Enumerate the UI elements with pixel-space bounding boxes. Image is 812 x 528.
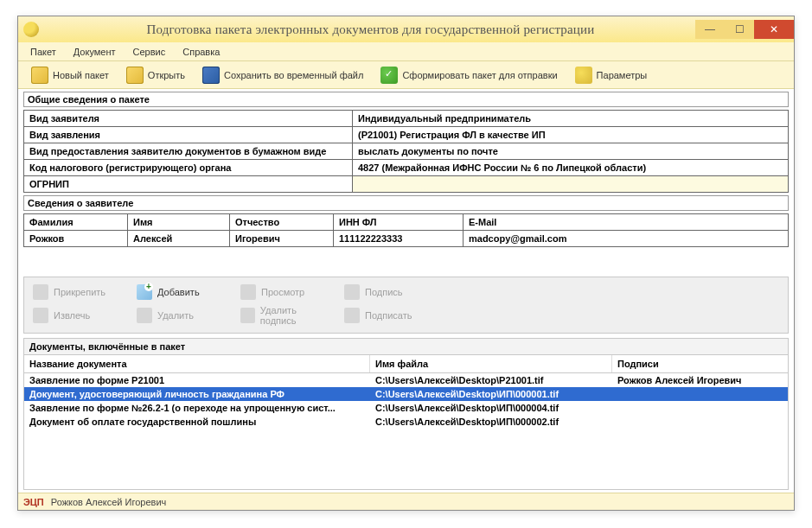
doc-sign <box>612 415 788 429</box>
doc-sign: Рожков Алексей Игоревич <box>612 373 788 387</box>
col-patronymic: Отчество <box>230 214 334 230</box>
doc-name: Документ об оплате государственной пошли… <box>24 415 370 429</box>
menu-document[interactable]: Документ <box>65 44 125 60</box>
remove-icon <box>137 308 152 323</box>
field-value-delivery[interactable]: выслать документы по почте <box>353 143 788 159</box>
field-value-application-type[interactable]: (Р21001) Регистрация ФЛ в качестве ИП <box>353 127 788 143</box>
folder-icon <box>31 67 48 84</box>
app-window: Подготовка пакета электронных документов… <box>17 16 795 511</box>
close-button[interactable]: ✕ <box>754 20 794 39</box>
doc-file: C:\Users\Алексей\Desktop\ИП\000001.tif <box>370 387 612 401</box>
applicant-row[interactable]: Рожков Алексей Игоревич 111122223333 mad… <box>24 230 788 246</box>
field-label-ogrnip: ОГРНИП <box>24 176 353 192</box>
field-label-application-type: Вид заявления <box>24 127 353 143</box>
applicant-info-title: Сведения о заявителе <box>23 195 789 211</box>
sign-button: Подписать <box>341 303 438 328</box>
new-package-button[interactable]: Новый пакет <box>23 63 117 87</box>
document-row[interactable]: Заявление по форме №26.2-1 (о переходе н… <box>24 401 788 415</box>
menu-package[interactable]: Пакет <box>22 44 65 60</box>
menu-service[interactable]: Сервис <box>125 44 175 60</box>
remove-button: Удалить <box>133 303 230 328</box>
add-button[interactable]: Добавить <box>133 283 230 302</box>
check-icon <box>380 67 398 84</box>
document-row[interactable]: Документ об оплате государственной пошли… <box>24 415 788 429</box>
build-package-button[interactable]: Сформировать пакет для отправки <box>373 63 565 87</box>
maximize-button[interactable]: ☐ <box>725 20 754 39</box>
col-file-name[interactable]: Имя файла <box>370 355 612 372</box>
field-label-tax-code: Код налогового (регистрирующего) органа <box>24 160 353 175</box>
doc-file: C:\Users\Алексей\Desktop\ИП\000002.tif <box>370 415 612 429</box>
documents-list: Документы, включённые в пакет Название д… <box>23 338 789 490</box>
doc-sign <box>612 387 788 401</box>
view-button: Просмотр <box>237 283 334 302</box>
col-inn: ИНН ФЛ <box>334 214 464 230</box>
toolbar: Новый пакет Открыть Сохранить во временн… <box>18 61 794 89</box>
ecp-owner: Рожков Алексей Игоревич <box>51 497 167 507</box>
menubar: Пакет Документ Сервис Справка <box>18 42 794 61</box>
col-doc-name[interactable]: Название документа <box>24 355 370 372</box>
view-icon <box>240 284 256 300</box>
doc-file: C:\Users\Алексей\Desktop\ИП\000004.tif <box>370 401 612 415</box>
document-row[interactable]: Документ, удостоверяющий личность гражда… <box>24 387 788 401</box>
field-value-tax-code[interactable]: 4827 (Межрайонная ИФНС России № 6 по Лип… <box>353 160 788 175</box>
signature-icon <box>344 284 360 300</box>
col-lastname: Фамилия <box>24 214 128 230</box>
applicant-table: Фамилия Имя Отчество ИНН ФЛ E-Mail Рожко… <box>23 213 789 247</box>
documents-title: Документы, включённые в пакет <box>24 339 788 355</box>
extract-button: Извлечь <box>29 303 126 328</box>
add-icon <box>137 284 152 300</box>
folder-open-icon <box>126 67 144 84</box>
sign-icon <box>344 308 360 323</box>
doc-name: Заявление по форме №26.2-1 (о переходе н… <box>24 401 370 415</box>
field-value-ogrnip[interactable] <box>353 176 788 192</box>
diskette-icon <box>202 67 220 84</box>
document-toolbar: Прикрепить Добавить Просмотр Подпись Изв… <box>23 277 789 334</box>
package-info-grid: Вид заявителяИндивидуальный предпринимат… <box>23 110 789 193</box>
field-label-applicant-type: Вид заявителя <box>24 111 353 126</box>
doc-name: Документ, удостоверяющий личность гражда… <box>24 387 370 401</box>
col-firstname: Имя <box>128 214 230 230</box>
remove-signature-button: Удалить подпись <box>237 303 334 328</box>
signature-button: Подпись <box>341 283 438 302</box>
minimize-button[interactable]: — <box>695 20 725 39</box>
attach-button: Прикрепить <box>29 283 126 302</box>
doc-file: C:\Users\Алексей\Desktop\P21001.tif <box>370 373 612 387</box>
field-value-applicant-type[interactable]: Индивидуальный предприниматель <box>353 111 788 126</box>
ecp-label: ЭЦП <box>23 497 44 507</box>
titlebar: Подготовка пакета электронных документов… <box>18 16 794 42</box>
doc-sign <box>612 401 788 415</box>
field-label-delivery: Вид предоставления заявителю документов … <box>24 143 353 159</box>
extract-icon <box>33 308 48 323</box>
document-row[interactable]: Заявление по форме Р21001C:\Users\Алексе… <box>24 373 788 387</box>
menu-help[interactable]: Справка <box>174 44 228 60</box>
save-temp-button[interactable]: Сохранить во временный файл <box>195 63 371 87</box>
window-title: Подготовка пакета электронных документов… <box>46 22 695 37</box>
col-email: E-Mail <box>464 214 788 230</box>
status-bar: ЭЦП Рожков Алексей Игоревич <box>18 493 794 510</box>
attach-icon <box>33 284 48 300</box>
open-button[interactable]: Открыть <box>118 63 193 87</box>
col-signatures[interactable]: Подписи <box>612 355 788 372</box>
remove-sign-icon <box>240 308 255 323</box>
app-icon <box>23 22 39 37</box>
params-button[interactable]: Параметры <box>567 63 655 87</box>
gear-icon <box>575 67 592 84</box>
doc-name: Заявление по форме Р21001 <box>24 373 370 387</box>
package-info-title: Общие сведения о пакете <box>23 92 789 107</box>
